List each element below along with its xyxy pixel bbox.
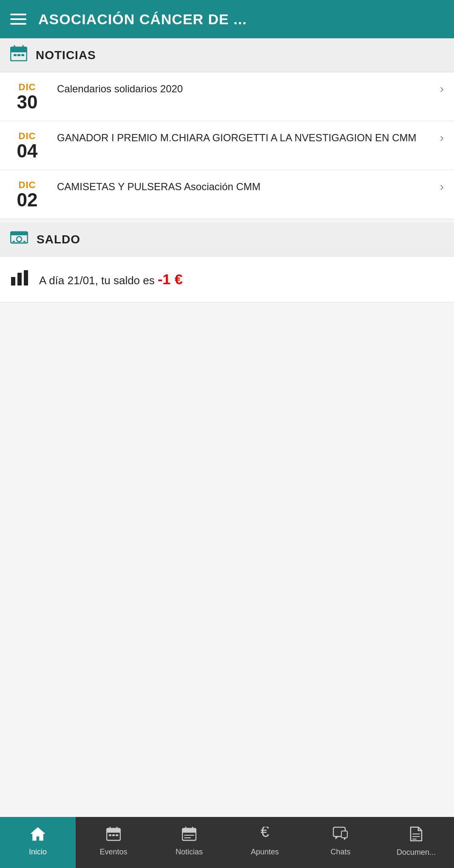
news-content-2: GANADOR I PREMIO M.CHIARA GIORGETTI A LA…	[57, 131, 444, 145]
saldo-prefix: A día 21/01, tu saldo es	[39, 274, 155, 287]
news-item[interactable]: DIC 02 CAMISETAS Y PULSERAS Asociación C…	[0, 170, 454, 219]
saldo-amount: -1 €	[158, 271, 183, 287]
svg-rect-33	[341, 831, 347, 838]
home-icon	[30, 827, 45, 845]
noticias-label: NOTICIAS	[36, 49, 96, 62]
header-title: ASOCIACIÓN CÁNCER DE ...	[38, 11, 247, 28]
news-list: DIC 30 Calendarios solidarios 2020 › DIC…	[0, 72, 454, 219]
svg-rect-14	[17, 273, 22, 286]
news-title-3: CAMISETAS Y PULSERAS Asociación CMM	[57, 180, 267, 194]
svg-rect-4	[14, 54, 17, 56]
news-item[interactable]: DIC 30 Calendarios solidarios 2020 ›	[0, 72, 454, 121]
news-date-3: DIC 02	[10, 180, 44, 209]
nav-item-chats[interactable]: Chats	[303, 817, 378, 868]
svg-rect-12	[23, 241, 26, 242]
nav-label-documentos: Documen...	[397, 848, 436, 857]
noticias-section-header: NOTICIAS	[0, 38, 454, 72]
calendar-icon	[10, 45, 27, 65]
svg-rect-23	[116, 834, 118, 836]
svg-rect-15	[24, 270, 28, 286]
svg-point-10	[17, 237, 22, 242]
svg-marker-34	[344, 838, 346, 840]
app-header: ASOCIACIÓN CÁNCER DE ...	[0, 0, 454, 38]
news-content-3: CAMISETAS Y PULSERAS Asociación CMM ›	[57, 180, 444, 194]
euro-icon: €	[258, 827, 271, 845]
events-icon	[106, 827, 121, 845]
chevron-right-icon: ›	[440, 180, 444, 194]
nav-label-inicio: Inicio	[29, 848, 47, 857]
news-title-2: GANADOR I PREMIO M.CHIARA GIORGETTI A LA…	[57, 131, 423, 145]
svg-marker-32	[335, 836, 339, 839]
chat-icon	[333, 827, 348, 845]
svg-rect-13	[11, 277, 15, 286]
nav-label-noticias: Noticias	[176, 848, 203, 857]
chevron-right-icon: ›	[440, 82, 444, 96]
saldo-text: A día 21/01, tu saldo es -1 €	[39, 271, 183, 288]
svg-marker-16	[31, 828, 45, 840]
svg-rect-1	[11, 47, 27, 52]
svg-rect-21	[109, 834, 111, 836]
news-item[interactable]: DIC 04 GANADOR I PREMIO M.CHIARA GIORGET…	[0, 121, 454, 170]
nav-item-inicio[interactable]: Inicio	[0, 817, 76, 868]
news-date-1: DIC 30	[10, 82, 44, 111]
nav-label-chats: Chats	[330, 848, 350, 857]
svg-rect-9	[11, 232, 28, 235]
bar-chart-icon	[10, 268, 29, 290]
svg-rect-18	[107, 828, 120, 833]
nav-item-eventos[interactable]: Eventos	[76, 817, 151, 868]
svg-rect-6	[21, 54, 24, 56]
news-day-1: 30	[17, 93, 38, 111]
news-day-3: 02	[17, 191, 38, 209]
chevron-right-icon: ›	[440, 131, 444, 145]
news-title-1: Calendarios solidarios 2020	[57, 82, 190, 96]
money-icon	[10, 230, 28, 249]
saldo-body: A día 21/01, tu saldo es -1 €	[0, 257, 454, 303]
news-content-1: Calendarios solidarios 2020 ›	[57, 82, 444, 96]
svg-text:€: €	[261, 827, 269, 840]
noticias-icon	[182, 827, 196, 845]
hamburger-menu-button[interactable]	[10, 14, 26, 25]
saldo-section: SALDO A día 21/01, tu saldo es -1 €	[0, 223, 454, 303]
nav-item-noticias[interactable]: Noticias	[151, 817, 227, 868]
svg-rect-25	[182, 828, 196, 833]
nav-label-apuntes: Apuntes	[251, 848, 279, 857]
news-day-2: 04	[17, 142, 38, 160]
svg-rect-11	[13, 241, 15, 242]
nav-label-eventos: Eventos	[99, 848, 127, 857]
news-date-2: DIC 04	[10, 131, 44, 160]
bottom-navigation: Inicio Eventos	[0, 817, 454, 868]
saldo-label: SALDO	[37, 233, 80, 246]
nav-item-apuntes[interactable]: € Apuntes	[227, 817, 303, 868]
svg-rect-5	[17, 54, 20, 56]
content-spacer	[0, 303, 454, 817]
nav-item-documentos[interactable]: Documen...	[378, 817, 454, 868]
saldo-section-header: SALDO	[0, 223, 454, 257]
svg-rect-22	[112, 834, 115, 836]
document-icon	[410, 826, 423, 845]
